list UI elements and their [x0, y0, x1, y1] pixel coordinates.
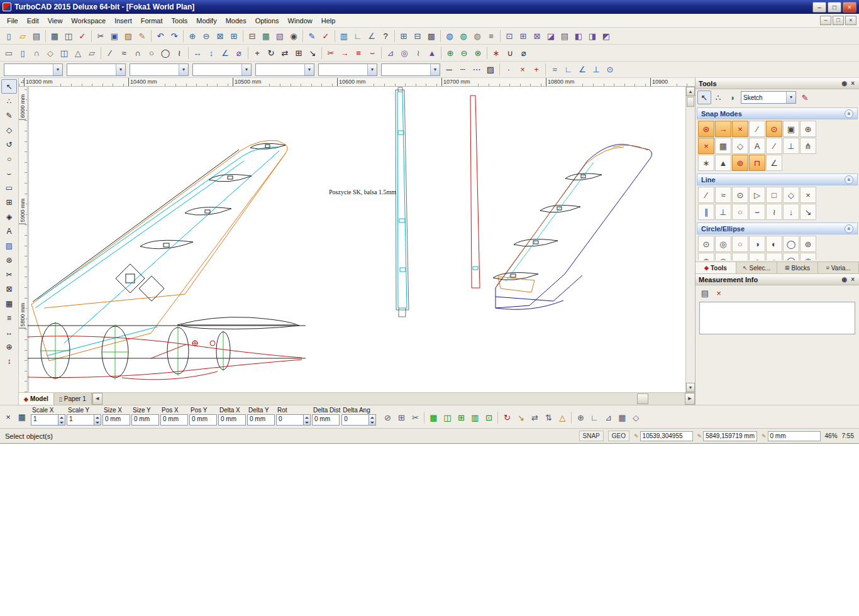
circle-tool-icon[interactable]: ○ [145, 46, 158, 60]
snap-grid-icon[interactable]: × [698, 138, 714, 154]
scale-icon[interactable]: ↘ [306, 46, 319, 60]
text-style-combo[interactable]: ▾ [318, 63, 377, 76]
erase-tool-icon[interactable]: ⊠ [1, 282, 17, 296]
curve-corner-icon[interactable]: ∟ [562, 63, 575, 77]
measurement-list[interactable] [699, 302, 855, 334]
menu-file[interactable]: File [3, 15, 23, 26]
snap-perpendicular-icon[interactable]: ⊥ [783, 138, 799, 154]
paste-icon[interactable]: ▨ [121, 29, 135, 43]
maximize-button[interactable]: □ [828, 2, 841, 13]
snap-toggle[interactable]: SNAP [579, 431, 604, 441]
group-icon[interactable]: ⊞ [397, 29, 411, 43]
ellipse-tool-icon[interactable]: ◯ [158, 46, 172, 60]
palette-tab-blocks[interactable]: ⊞Blocks [777, 262, 818, 273]
menu-tools[interactable]: Tools [167, 15, 192, 26]
world-view-3-icon[interactable]: ◍ [470, 29, 484, 43]
magnetic-point-icon[interactable]: ⊚ [732, 155, 748, 171]
grid-display-icon[interactable]: ▦ [715, 138, 731, 154]
dimension-radius-icon[interactable]: ⌀ [232, 46, 246, 60]
insert-object-icon[interactable]: ⊡ [502, 29, 516, 43]
coord-system-icon[interactable]: ⊕ [574, 410, 587, 424]
inspector-close-icon[interactable]: × [1, 410, 15, 424]
copy-icon[interactable]: ▣ [108, 29, 121, 43]
xref-icon[interactable]: ⊠ [530, 29, 544, 43]
menu-insert[interactable]: Insert [110, 15, 136, 26]
boolean-subtract-icon[interactable]: ⊖ [457, 46, 471, 60]
mdi-minimize-button[interactable]: – [820, 16, 831, 25]
layers-icon[interactable]: ▤ [558, 29, 572, 43]
database-icon[interactable]: ≡ [484, 29, 498, 43]
line-rotated-rect-icon[interactable]: ◇ [783, 187, 799, 203]
pen-color-combo[interactable]: ▾ [130, 63, 189, 76]
panel-render-brush-icon[interactable]: ◑ [725, 91, 739, 104]
measurement-clear-icon[interactable]: × [712, 286, 726, 300]
marker-cross-icon[interactable]: × [516, 63, 529, 77]
chevron-down-icon[interactable]: ▾ [786, 92, 795, 103]
polar-track-icon[interactable]: ⊙ [603, 63, 617, 77]
ungroup-icon[interactable]: ⊟ [411, 29, 424, 43]
snap-aperture-icon[interactable]: ◇ [732, 138, 748, 154]
handle-flip-h-icon[interactable]: ⇄ [528, 410, 541, 424]
line-perpendicular-icon[interactable]: ⊥ [715, 204, 731, 220]
wheel-tool-icon[interactable]: ⊛ [1, 253, 17, 267]
offset-icon[interactable]: ≡ [352, 46, 365, 60]
palette-tab-varia[interactable]: ≡Varia... [818, 262, 859, 273]
print-preview-icon[interactable]: ◫ [62, 29, 75, 43]
scroll-left-button[interactable]: ◀ [92, 393, 103, 405]
scroll-down-button[interactable]: ▼ [686, 383, 695, 392]
panel-close-icon[interactable]: × [850, 80, 856, 87]
style-brush-icon[interactable]: ✎ [798, 91, 812, 104]
spline-icon[interactable]: ≀ [172, 46, 186, 60]
curve-smooth-icon[interactable]: ≈ [548, 63, 562, 77]
perspective-icon[interactable]: ◇ [629, 410, 643, 424]
line-tool-icon[interactable]: ∕ [103, 46, 117, 60]
brush-style-combo[interactable]: ▾ [255, 63, 314, 76]
marker-plus-icon[interactable]: + [529, 63, 543, 77]
sketch-tool-icon[interactable]: ✎ [1, 108, 17, 123]
chevron-down-icon[interactable]: ▾ [430, 64, 440, 75]
geo-toggle[interactable]: GEO [608, 431, 629, 441]
selector-edit-icon[interactable]: ✂ [408, 410, 422, 424]
section-line[interactable]: Line « [697, 173, 858, 185]
revolve-icon[interactable]: ◎ [397, 46, 411, 60]
circle-2point-icon[interactable]: ○ [732, 236, 748, 252]
panel-close-icon[interactable]: × [850, 276, 856, 283]
pan-tool-icon[interactable]: ↕ [1, 354, 17, 368]
insert-table-icon[interactable]: ▦ [259, 29, 273, 43]
array-icon[interactable]: ⊞ [292, 46, 306, 60]
context-help-icon[interactable]: ? [379, 29, 392, 43]
circle-center-radius-icon[interactable]: ⊙ [698, 236, 714, 252]
pen-width-combo[interactable]: ▾ [192, 63, 252, 76]
boolean-intersect-icon[interactable]: ⊗ [471, 46, 485, 60]
graphic-style-combo[interactable]: ▾ [4, 63, 63, 76]
fillet-icon[interactable]: ⌣ [365, 46, 379, 60]
select-mode-fence-icon[interactable]: ⊞ [454, 410, 468, 424]
line-bisector-icon[interactable]: ⌣ [749, 204, 765, 220]
redo-icon[interactable]: ↷ [167, 29, 181, 43]
size-x-input[interactable]: 0 mm [103, 414, 130, 426]
window-icon[interactable]: ◫ [57, 46, 71, 60]
offset-tool-icon[interactable]: ≡ [1, 311, 17, 325]
select-mode-cross-icon[interactable]: ⊡ [482, 410, 496, 424]
trim-tool-icon[interactable]: ✂ [1, 267, 17, 282]
section-circle-ellipse[interactable]: Circle/Ellipse « [697, 223, 858, 234]
select-tool-icon[interactable]: ↖ [1, 79, 17, 94]
snap-tangent-icon[interactable]: ∕ [766, 138, 782, 154]
pin-icon[interactable]: ◉ [840, 276, 848, 283]
dimension-angle-icon[interactable]: ∠ [218, 46, 232, 60]
vertical-scrollbar[interactable]: ▲ ▼ [685, 87, 695, 392]
snap-intersection-icon[interactable]: ⊕ [800, 121, 816, 137]
scale-y-spinner[interactable] [94, 414, 101, 426]
zoom-tool-icon[interactable]: ⊕ [1, 339, 17, 354]
scale-y-input[interactable]: 1 [67, 414, 94, 426]
pen-style-combo[interactable]: ▾ [67, 63, 126, 76]
undo-icon[interactable]: ↶ [153, 29, 167, 43]
chevron-down-icon[interactable]: ▾ [53, 64, 62, 75]
polyline-icon[interactable]: ≈ [117, 46, 131, 60]
vertical-scroll-track[interactable] [686, 107, 695, 383]
pos-x-input[interactable]: 0 mm [160, 414, 188, 426]
x-coordinate-field[interactable]: 10539,304955 [640, 431, 693, 441]
lights-icon[interactable]: ◨ [585, 29, 599, 43]
circle-concentric-icon[interactable]: ◎ [715, 236, 731, 252]
collapse-icon[interactable]: « [845, 224, 853, 233]
